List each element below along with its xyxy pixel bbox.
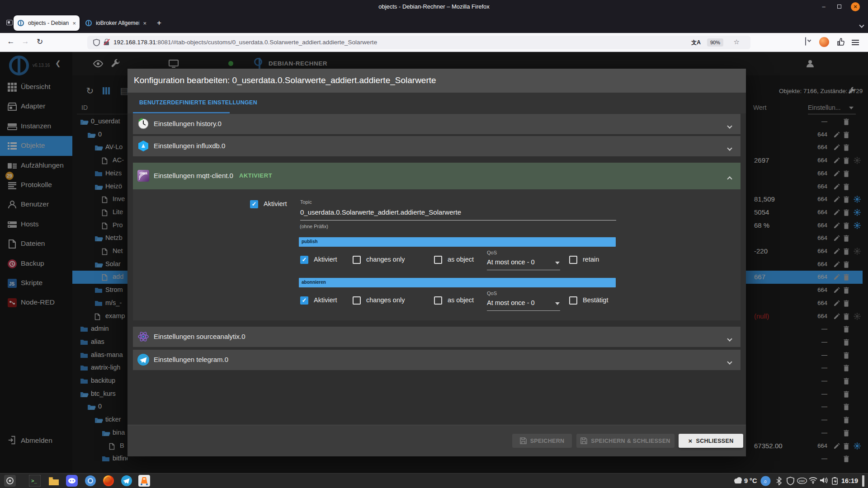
screen: objects - Debian-Rechner – Mozilla Firef… [0,0,868,488]
panel-label: Einstellungen influxdb.0 [154,142,225,150]
abonnieren-confirm-checkbox[interactable] [569,296,577,305]
url-bar[interactable]: 192.168.178.31:8081/#tab-objects/customs… [87,36,750,49]
chevron-down-icon[interactable] [728,334,731,343]
close-window-button[interactable]: × [851,2,860,11]
file-manager-icon[interactable] [48,475,60,487]
reload-icon[interactable]: ↻ [34,37,45,47]
window-titlebar: objects - Debian-Rechner – Mozilla Firef… [0,0,868,14]
minimize-button[interactable]: – [819,2,828,11]
back-icon[interactable]: ← [5,37,16,46]
dialog-body: Einstellungen history.0Einstellungen inf… [127,113,746,425]
qos-select[interactable]: At most once - 0 [487,299,535,306]
battery-icon[interactable] [831,477,838,487]
panel-sourceanalytix[interactable]: Einstellungen sourceanalytix.0 [133,327,741,347]
tab-title: ioBroker Allgemein [96,20,139,26]
weather-cloud-icon[interactable] [733,476,743,487]
abonnieren-changes-only-label: changes only [366,296,405,304]
publish-retain-checkbox[interactable] [569,256,577,264]
browser-tab-active[interactable]: objects - Debian-Rechner × [14,15,80,31]
mqtt-enabled-label: Aktiviert [264,200,287,207]
panel-label: Einstellungen telegram.0 [154,356,228,363]
profile-avatar[interactable] [819,37,829,47]
media-app-icon[interactable] [138,475,150,487]
insecure-lock-icon[interactable] [104,39,109,46]
bookmark-star-icon[interactable]: ☆ [734,38,740,46]
panel-telegram[interactable]: Einstellungen telegram.0 [133,350,741,370]
close-button[interactable]: × SCHLIESSEN [679,434,743,448]
sourceanalytix-adapter-icon [137,331,149,343]
terminal-icon[interactable]: >_ [29,475,41,487]
volume-icon[interactable] [820,477,828,486]
panel-influxdb[interactable]: Einstellungen influxdb.0 [133,136,741,156]
publish-as-object-label: as object [448,256,474,263]
abonnieren-enabled-checkbox[interactable]: ✓ [300,296,308,305]
panel-label: Einstellungen sourceanalytix.0 [154,333,245,340]
clock-label[interactable]: 16:19 [841,477,858,484]
mqtt-enabled-checkbox[interactable]: ✓ [250,200,258,208]
publish-as-object-checkbox[interactable] [434,256,442,264]
save-label: SPEICHERN [530,438,565,444]
chevron-down-icon[interactable] [728,357,731,366]
temperature-label[interactable]: 9 °C [744,477,757,484]
iobroker-favicon [85,19,92,27]
tracking-shield-icon[interactable] [93,39,100,48]
maximize-button[interactable] [835,2,844,11]
forward-icon[interactable]: → [20,37,31,46]
discord-icon[interactable] [66,475,78,487]
abonnieren-changes-only-checkbox[interactable] [353,296,361,305]
publish-enabled-checkbox[interactable]: ✓ [300,256,308,264]
intel-badge-icon[interactable]: intel [797,478,807,486]
browser-navbar: ← → ↻ 192.168.178.31:8081/#tab-objects/c… [0,33,868,52]
tab-close-icon[interactable]: × [72,20,76,27]
new-tab-button[interactable]: + [154,18,165,29]
panel-history[interactable]: Einstellungen history.0 [133,114,741,134]
browser-tabbar: objects - Debian-Rechner × ioBroker Allg… [0,14,868,33]
extension-icon[interactable] [836,38,845,48]
close-label: SCHLIESSEN [696,438,734,444]
app-menu-icon[interactable] [4,475,16,487]
tab-close-icon[interactable]: × [143,20,146,27]
mqtt-adapter-icon: client [137,170,149,182]
zoom-level-badge[interactable]: 90% [707,38,723,47]
chevron-down-icon[interactable] [728,144,731,152]
chromium-icon[interactable] [85,475,96,487]
publish-section-bar: publish [299,237,616,247]
save-icon [580,437,587,444]
section-bar-label: publish [302,239,318,244]
shield-tray-icon[interactable] [787,477,794,487]
chevron-up-icon[interactable] [728,174,731,183]
publish-changes-only-checkbox[interactable] [353,256,361,264]
qos-select-arrow-icon[interactable] [555,302,560,305]
iobroker-app: DEBIAN-RECHNER admin v6.13.16 ❮ Übersich… [0,52,868,473]
abonnieren-section-bar: abonnieren [299,278,616,287]
pocket-icon[interactable] [805,37,806,46]
save-close-button[interactable]: SPEICHERN & SCHLIESSEN [576,434,675,448]
dialog-header: Konfiguration bearbeiten: 0_userdata.0.S… [127,69,746,93]
mqtt-settings-content: ✓AktiviertTopic0_userdata.0.Solarwerte_a… [133,189,741,320]
list-all-tabs-icon[interactable] [860,21,863,29]
chevron-down-icon[interactable] [728,122,731,130]
svg-text:>_: >_ [31,478,37,483]
qos-select-underline [487,310,560,311]
telegram-app-icon[interactable] [121,475,132,487]
abonnieren-as-object-checkbox[interactable] [434,296,442,305]
tab-custom-settings[interactable]: BENUTZERDEFINIERTE EINSTELLUNGEN [139,99,257,106]
save-button[interactable]: SPEICHERN [512,434,572,448]
save-icon [520,437,527,444]
panel-mqtt[interactable]: clientEinstellungen mqtt-client.0AKTIVIE… [133,163,741,189]
bluetooth-icon[interactable] [776,477,782,487]
monitor-widget-icon[interactable]: .0 [760,476,771,488]
browser-tab-inactive[interactable]: ioBroker Allgemein × [81,15,150,31]
menu-hamburger-icon[interactable] [852,38,859,47]
publish-retain-label: retain [583,256,599,263]
show-desktop-button[interactable] [862,475,864,487]
abonnieren-confirm-label: Bestätigt [583,296,608,304]
wifi-icon[interactable] [809,477,817,486]
topic-field-value[interactable]: 0_userdata.0.Solarwerte_addiert.addierte… [300,208,461,216]
translate-icon[interactable]: 文A [691,39,701,47]
qos-select-arrow-icon[interactable] [555,262,560,264]
firefox-icon[interactable] [103,475,114,487]
qos-select[interactable]: At most once - 0 [487,258,535,266]
panel-label: Einstellungen history.0 [154,120,222,127]
topic-field-label: Topic [300,199,312,205]
